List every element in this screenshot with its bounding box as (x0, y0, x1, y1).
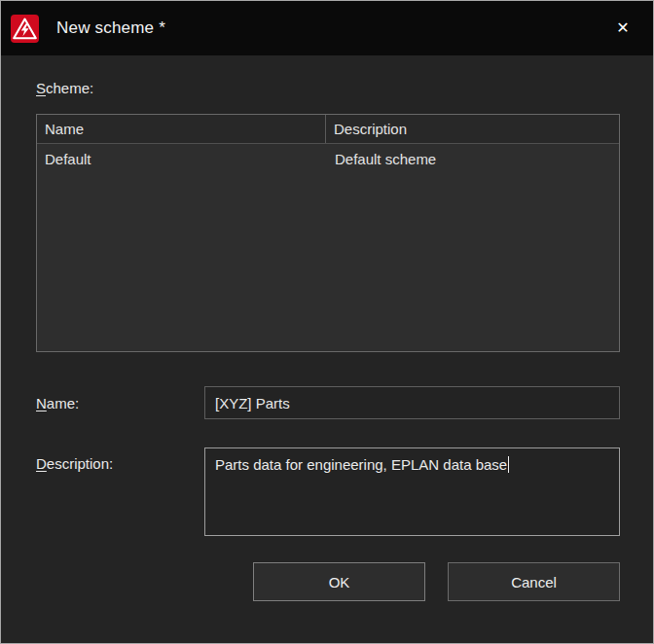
column-header-name[interactable]: Name (37, 115, 326, 143)
description-textarea[interactable]: Parts data for engineering, EPLAN data b… (204, 447, 620, 536)
cell-scheme-description: Default scheme (327, 144, 619, 174)
scheme-table: Name Description Default Default scheme (36, 114, 620, 352)
description-field-row: Description: Parts data for engineering,… (36, 447, 620, 536)
eplan-logo-icon (11, 15, 39, 43)
window-title: New scheme * (56, 18, 165, 38)
cell-scheme-name: Default (37, 144, 327, 174)
ok-button[interactable]: OK (253, 562, 425, 601)
scheme-label: Scheme: (36, 79, 620, 97)
text-caret (508, 456, 509, 473)
scheme-table-header: Name Description (37, 115, 619, 144)
name-field-row: Name: (36, 386, 620, 419)
name-label: Name: (36, 394, 204, 412)
table-row[interactable]: Default Default scheme (37, 144, 619, 174)
description-text: Parts data for engineering, EPLAN data b… (215, 456, 507, 473)
dialog-buttons: OK Cancel (36, 562, 620, 601)
description-label: Description: (36, 447, 204, 473)
cancel-button[interactable]: Cancel (448, 562, 620, 601)
dialog-body: Scheme: Name Description Default Default… (1, 55, 653, 601)
column-header-description[interactable]: Description (326, 115, 619, 143)
titlebar[interactable]: New scheme * ✕ (1, 1, 653, 55)
name-input[interactable] (204, 386, 620, 419)
new-scheme-dialog: New scheme * ✕ Scheme: Name Description … (0, 0, 654, 644)
close-icon[interactable]: ✕ (608, 14, 637, 43)
